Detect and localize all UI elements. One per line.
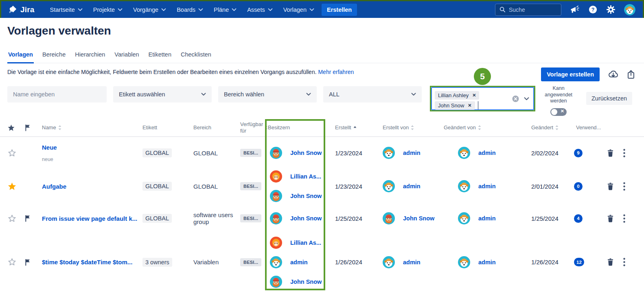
learn-more-link[interactable]: Mehr erfahren	[318, 69, 354, 75]
dog-avatar-icon	[624, 4, 635, 15]
created-by-link[interactable]: admin	[403, 183, 421, 189]
search-box[interactable]	[495, 4, 561, 16]
delete-icon[interactable]	[607, 258, 614, 266]
row-menu-icon[interactable]	[623, 182, 625, 191]
modified-by-link[interactable]: admin	[478, 150, 496, 156]
created-by-link[interactable]: admin	[403, 259, 421, 266]
usages-cell: 9	[566, 149, 594, 157]
create-button[interactable]: Erstellen	[322, 4, 357, 16]
tab-etiketten[interactable]: Etiketten	[148, 50, 172, 63]
row-menu-icon[interactable]	[623, 149, 625, 157]
nav-item-vorgänge[interactable]: Vorgänge	[129, 4, 170, 15]
created-by-cell: admin	[374, 256, 435, 268]
column-header[interactable]: Verwend...	[566, 124, 594, 131]
search-input[interactable]	[509, 7, 554, 13]
nav-item-vorlagen[interactable]: Vorlagen	[279, 4, 318, 15]
flag-icon[interactable]	[24, 214, 42, 222]
modified-by-link[interactable]: admin	[478, 215, 496, 222]
column-header[interactable]: Geändert	[522, 124, 566, 131]
label-filter-select[interactable]: Etikett auswählen	[113, 86, 212, 102]
column-header: Besitzern	[268, 124, 328, 131]
scope-filter-select[interactable]: Bereich wählen	[218, 86, 317, 102]
text-caret	[478, 101, 478, 109]
star-column-header-icon[interactable]	[7, 124, 24, 132]
flag-icon[interactable]	[24, 258, 42, 266]
nav-item-boards[interactable]: Boards	[173, 4, 207, 15]
column-header[interactable]: Erstellt von	[374, 124, 435, 131]
owner-link[interactable]: John Snow	[290, 215, 322, 222]
tab-checklisten[interactable]: Checklisten	[180, 50, 212, 63]
sort-icon[interactable]	[555, 125, 559, 130]
tab-bereiche[interactable]: Bereiche	[42, 50, 66, 63]
gear-icon[interactable]	[606, 5, 616, 14]
modified-date-cell: 2/02/2024	[522, 150, 566, 157]
column-header[interactable]: Erstellt	[328, 124, 374, 131]
star-filled-icon[interactable]	[7, 182, 24, 191]
remove-chip-icon[interactable]: ✕	[472, 93, 476, 98]
modified-by-link[interactable]: admin	[478, 183, 496, 189]
nav-item-projekte[interactable]: Projekte	[89, 4, 127, 15]
template-name-link[interactable]: $time $today $dateTime $tom...	[42, 259, 142, 266]
template-name-link[interactable]: From issue view page default k...	[42, 215, 142, 222]
owner-link[interactable]: admin	[290, 259, 308, 266]
created-date-cell: 1/25/2024	[328, 215, 374, 222]
column-header[interactable]: Name	[42, 124, 142, 131]
modified-by-link[interactable]: admin	[478, 259, 496, 266]
sort-asc-icon[interactable]	[353, 126, 357, 130]
row-menu-icon[interactable]	[623, 258, 625, 266]
delete-icon[interactable]	[607, 182, 614, 191]
template-name-link[interactable]: Aufgabe	[42, 183, 142, 190]
tab-hierarchien[interactable]: Hierarchien	[74, 50, 106, 63]
star-outline-icon[interactable]	[7, 148, 24, 158]
column-header[interactable]: Geändert von	[435, 124, 522, 131]
delete-icon[interactable]	[607, 214, 614, 223]
nav-item-assets[interactable]: Assets	[243, 4, 277, 15]
row-menu-icon[interactable]	[623, 214, 625, 223]
owners-filter-multiselect[interactable]: Lillian Ashley✕John Snow✕	[431, 87, 534, 110]
owner-link[interactable]: Lillian As...	[290, 173, 321, 180]
delete-icon[interactable]	[607, 149, 614, 157]
remove-chip-icon[interactable]: ✕	[468, 103, 471, 108]
name-filter-input[interactable]	[13, 91, 101, 98]
created-by-link[interactable]: John Snow	[403, 215, 434, 222]
nav-item-pläne[interactable]: Pläne	[210, 4, 241, 15]
jira-logo[interactable]: Jira	[9, 5, 35, 14]
column-header[interactable]: Verfügbar für	[240, 121, 268, 135]
owner-link[interactable]: John Snow	[290, 279, 322, 285]
owner-entry: John Snow	[268, 276, 328, 288]
modified-date-cell: 1/25/2024	[522, 215, 566, 222]
import-cloud-icon[interactable]	[608, 70, 619, 79]
can-apply-group: Kann angewendet werden ✕	[538, 85, 579, 116]
all-filter-select[interactable]: ALL	[323, 86, 422, 102]
export-share-icon[interactable]	[627, 70, 635, 79]
help-icon[interactable]: ?	[588, 5, 598, 14]
user-avatar[interactable]	[624, 4, 635, 15]
nav-item-startseite[interactable]: Startseite	[46, 4, 87, 15]
clear-selection-icon[interactable]	[512, 95, 519, 102]
owner-avatar	[270, 170, 282, 183]
sort-icon[interactable]	[411, 125, 414, 130]
chevron-down-icon	[268, 8, 273, 11]
created-date-cell: 1/26/2024	[328, 259, 374, 266]
flag-column-header-icon[interactable]	[24, 124, 42, 132]
create-template-button[interactable]: Vorlage erstellen	[541, 67, 600, 81]
chevron-down-icon[interactable]	[524, 97, 529, 100]
name-filter[interactable]	[7, 86, 107, 102]
owners-select-controls	[512, 95, 529, 102]
owner-link[interactable]: John Snow	[290, 150, 322, 156]
owner-link[interactable]: John Snow	[290, 193, 322, 199]
sort-icon[interactable]	[58, 125, 61, 130]
star-outline-icon[interactable]	[7, 257, 24, 267]
template-name-link[interactable]: Neue	[42, 144, 142, 151]
megaphone-icon[interactable]	[570, 5, 580, 14]
sort-icon[interactable]	[478, 125, 481, 130]
tab-variablen[interactable]: Variablen	[114, 50, 140, 63]
modified-by-cell: admin	[435, 180, 522, 192]
owner-link[interactable]: Lillian As...	[290, 239, 321, 246]
jira-manage-templates-page: Jira StartseiteProjekteVorgängeBoardsPlä…	[0, 0, 644, 296]
created-by-link[interactable]: admin	[403, 150, 421, 156]
reset-button[interactable]: Zurücksetzen	[586, 92, 632, 105]
can-apply-toggle[interactable]: ✕	[550, 108, 567, 116]
star-outline-icon[interactable]	[7, 214, 24, 223]
tab-vorlagen[interactable]: Vorlagen	[7, 50, 34, 63]
